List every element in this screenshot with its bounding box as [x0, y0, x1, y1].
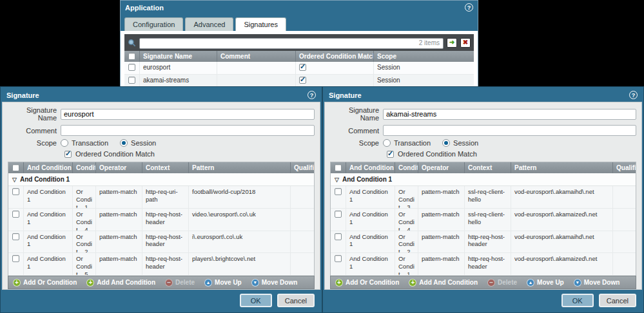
row-checkbox[interactable]: [335, 211, 342, 218]
cancel-button[interactable]: Cancel: [277, 294, 315, 307]
col-operator[interactable]: Operator: [418, 162, 465, 173]
help-icon[interactable]: ?: [629, 91, 638, 99]
cell-signature-name[interactable]: akamai-streams: [140, 75, 217, 88]
select-all-checkbox[interactable]: [128, 53, 135, 60]
add-or-condition-button[interactable]: + Add Or Condition: [13, 279, 77, 287]
cell-pattern: vod-eurosport\.akamaihd\.net: [511, 231, 613, 254]
ordered-condition-match-label: Ordered Condition Match: [75, 150, 155, 158]
col-qualifier[interactable]: Qualifier: [613, 162, 636, 173]
add-or-condition-button[interactable]: + Add Or Condition: [335, 279, 399, 287]
row-checkbox[interactable]: [12, 255, 19, 262]
col-and-condition[interactable]: And Condition: [24, 162, 73, 173]
cell-context: http-req-host-header: [142, 209, 189, 231]
delete-button[interactable]: − Delete: [487, 279, 517, 287]
ordered-condition-match-checkbox[interactable]: [387, 151, 394, 158]
comment-field[interactable]: [61, 125, 315, 136]
ordered-condition-match-checkbox[interactable]: [299, 64, 306, 71]
move-down-label: Move Down: [262, 279, 298, 286]
ordered-condition-match-checkbox[interactable]: [299, 77, 306, 84]
signature-name-field[interactable]: [383, 109, 636, 120]
scope-transaction-label: Transaction: [72, 139, 108, 147]
add-and-condition-button[interactable]: + Add And Condition: [409, 279, 478, 287]
add-and-condition-button[interactable]: + Add And Condition: [86, 279, 155, 287]
table-row[interactable]: akamai-streams Session: [124, 75, 474, 88]
col-scope[interactable]: Scope: [374, 51, 474, 62]
cell-signature-name[interactable]: eurosport: [140, 62, 217, 75]
help-icon[interactable]: ?: [307, 91, 316, 99]
conditions-table-header: And Condition Condit... Operator Context…: [331, 162, 636, 173]
scope-transaction-radio[interactable]: [61, 139, 68, 147]
collapse-triangle-icon[interactable]: ▽: [335, 176, 339, 183]
move-down-button[interactable]: ▼ Move Down: [574, 279, 620, 287]
move-up-button[interactable]: ▲ Move Up: [527, 279, 564, 287]
col-operator[interactable]: Operator: [96, 162, 142, 173]
col-condition[interactable]: Condit...: [395, 162, 418, 173]
apply-filter-button[interactable]: ➜: [447, 38, 457, 48]
table-row[interactable]: And Condition 1 Or Condit... 1 pattern-m…: [331, 253, 636, 276]
row-checkbox[interactable]: [128, 77, 135, 84]
table-row[interactable]: eurosport Session: [124, 62, 474, 75]
tab-configuration[interactable]: Configuration: [124, 17, 183, 31]
scope-session-radio[interactable]: [120, 139, 128, 147]
col-signature-name[interactable]: Signature Name: [140, 51, 217, 62]
cell-pattern: i\.eurosport\.co\.uk: [189, 231, 291, 254]
ok-button[interactable]: OK: [561, 294, 594, 307]
tab-signatures[interactable]: Signatures: [235, 17, 286, 31]
col-ordered-condition-match[interactable]: Ordered Condition Match: [296, 51, 374, 62]
row-checkbox[interactable]: [335, 255, 342, 262]
move-down-button[interactable]: ▼ Move Down: [251, 279, 298, 287]
and-condition-group-row[interactable]: ▽ And Condition 1: [331, 173, 636, 186]
col-and-condition[interactable]: And Condition: [346, 162, 395, 173]
table-row[interactable]: And Condition 1 Or Condit... 2 pattern-m…: [8, 231, 314, 254]
cell-condition: Or Condit... 5: [73, 253, 96, 276]
scope-transaction-radio[interactable]: [383, 139, 391, 147]
signature-dialog-body: Signature Name Comment Scope Transaction…: [324, 102, 642, 290]
ordered-condition-match-checkbox[interactable]: [64, 151, 72, 158]
cell-operator: pattern-match: [418, 253, 465, 276]
search-input[interactable]: [139, 38, 444, 49]
col-pattern[interactable]: Pattern: [511, 162, 613, 173]
delete-button[interactable]: − Delete: [165, 279, 195, 287]
conditions-table: And Condition Condit... Operator Context…: [330, 162, 636, 276]
cell-and-condition: And Condition 1: [24, 186, 73, 209]
table-row[interactable]: And Condition 1 Or Condit... 3 pattern-m…: [331, 186, 636, 209]
signature-name-field[interactable]: [61, 109, 315, 120]
col-comment[interactable]: Comment: [217, 51, 296, 62]
tab-advanced[interactable]: Advanced: [185, 17, 233, 31]
table-row[interactable]: And Condition 1 Or Condit... 4 pattern-m…: [8, 209, 314, 231]
cell-qualifier: [291, 186, 314, 209]
cell-condition: Or Condit... 2: [73, 231, 96, 254]
cancel-button[interactable]: Cancel: [599, 294, 636, 307]
col-qualifier[interactable]: Qualifier: [291, 162, 314, 173]
col-context[interactable]: Context: [142, 162, 189, 173]
table-row[interactable]: And Condition 1 Or Condit... 2 pattern-m…: [331, 231, 636, 254]
col-pattern[interactable]: Pattern: [189, 162, 291, 173]
row-checkbox[interactable]: [335, 233, 342, 240]
signature-name-label: Signature Name: [330, 106, 383, 122]
row-checkbox[interactable]: [12, 233, 19, 240]
row-checkbox[interactable]: [335, 188, 342, 195]
group-label: And Condition 1: [342, 176, 392, 183]
move-up-button[interactable]: ▲ Move Up: [204, 279, 242, 287]
comment-field[interactable]: [383, 125, 636, 136]
col-condition[interactable]: Condit...: [73, 162, 96, 173]
row-checkbox[interactable]: [12, 188, 19, 195]
select-all-checkbox[interactable]: [335, 164, 342, 171]
application-dialog-title: Application: [125, 4, 164, 12]
row-checkbox[interactable]: [12, 211, 19, 218]
table-row[interactable]: And Condition 1 Or Condit... 5 pattern-m…: [8, 253, 314, 276]
cell-qualifier: [613, 186, 636, 209]
cell-scope: Session: [374, 75, 474, 88]
and-condition-group-row[interactable]: ▽ And Condition 1: [8, 173, 314, 186]
table-row[interactable]: And Condition 1 Or Condit... 4 pattern-m…: [331, 209, 636, 231]
cell-qualifier: [291, 209, 314, 231]
scope-session-radio[interactable]: [442, 139, 450, 147]
col-context[interactable]: Context: [465, 162, 511, 173]
select-all-checkbox[interactable]: [12, 164, 19, 171]
ok-button[interactable]: OK: [240, 294, 272, 307]
row-checkbox[interactable]: [128, 64, 135, 71]
collapse-triangle-icon[interactable]: ▽: [12, 176, 17, 183]
help-icon[interactable]: ?: [465, 3, 473, 12]
clear-filter-button[interactable]: ✖: [460, 38, 471, 48]
table-row[interactable]: And Condition 1 Or Condit... 1 pattern-m…: [8, 186, 314, 209]
